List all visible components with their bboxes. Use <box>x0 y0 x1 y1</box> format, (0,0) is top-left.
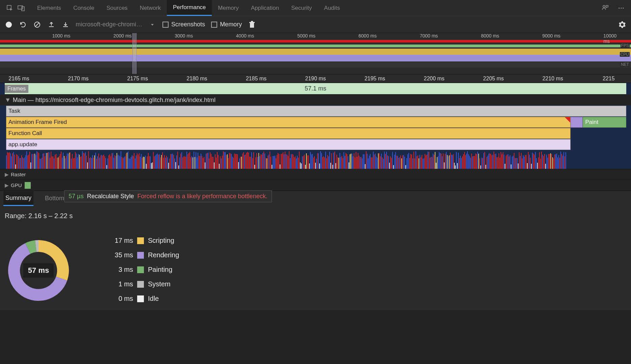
zoom-tick: 2170 ms <box>68 76 89 82</box>
gpu-label: GPU <box>11 182 22 188</box>
svg-point-3 <box>603 5 605 7</box>
frames-track-label: Frames <box>5 85 28 93</box>
legend-ms: 3 ms <box>109 266 133 274</box>
overview-tick: 6000 ms <box>358 33 377 38</box>
raster-section[interactable]: ▶ Raster <box>0 169 631 180</box>
reload-button[interactable] <box>19 21 27 29</box>
tab-performance[interactable]: Performance <box>167 0 212 16</box>
overview-tick: 5000 ms <box>297 33 316 38</box>
svg-rect-9 <box>49 26 54 27</box>
cpu-label: CPU <box>620 52 630 57</box>
legend-label: Rendering <box>148 251 179 259</box>
legend-label: Idle <box>148 295 159 303</box>
zoom-tick: 2195 ms <box>364 76 385 82</box>
paint-bar[interactable]: Paint <box>583 117 626 128</box>
tab-console[interactable]: Console <box>67 1 100 16</box>
save-profile-button[interactable] <box>61 21 70 29</box>
screenshots-checkbox[interactable]: Screenshots <box>162 21 205 28</box>
gpu-section[interactable]: ▶ GPU <box>0 180 631 190</box>
details-tab-summary[interactable]: Summary <box>3 191 33 206</box>
memory-checkbox[interactable]: Memory <box>211 21 242 28</box>
svg-point-5 <box>621 7 622 8</box>
app-bar-label: app.update <box>8 141 37 148</box>
feedback-icon[interactable] <box>599 2 611 14</box>
overview-fps-lane: FPS <box>0 44 631 48</box>
paint-bar-label: Paint <box>585 119 598 126</box>
flame-row-app[interactable]: app.update <box>6 139 626 150</box>
overview-tick: 4000 ms <box>236 33 254 38</box>
legend-ms: 35 ms <box>109 251 133 259</box>
svg-rect-1 <box>18 6 23 9</box>
raster-label: Raster <box>11 172 26 177</box>
inspect-icon[interactable] <box>4 2 16 14</box>
svg-point-6 <box>623 7 624 8</box>
frame-duration: 57.1 ms <box>305 85 326 92</box>
flame-tooltip: 57 µs Recalculate Style Forced reflow is… <box>64 190 272 202</box>
more-icon[interactable] <box>615 2 627 14</box>
tab-memory[interactable]: Memory <box>212 1 245 16</box>
svg-line-8 <box>35 23 39 27</box>
donut-total: 57 ms <box>23 263 54 278</box>
task-bar[interactable]: Task <box>6 106 626 116</box>
legend-swatch <box>137 237 144 244</box>
load-profile-button[interactable] <box>47 21 55 29</box>
zoom-tick: 2210 ms <box>542 76 563 82</box>
flame-row-fn[interactable]: Function Call <box>6 128 626 139</box>
summary-pane: Range: 2.16 s – 2.22 s 57 ms 17 msScript… <box>0 206 631 310</box>
legend-row-system: 1 msSystem <box>109 280 179 288</box>
fn-bar-label: Function Call <box>8 130 42 137</box>
legend-label: Painting <box>148 266 172 274</box>
clear-button[interactable] <box>33 21 41 29</box>
zoom-tick: 2180 ms <box>186 76 207 82</box>
overview-tick: 3000 ms <box>175 33 193 38</box>
tab-network[interactable]: Network <box>134 1 167 16</box>
function-call-bar[interactable]: Function Call <box>6 128 571 139</box>
profile-selector[interactable]: microsoft-edge-chromi… <box>76 21 142 28</box>
legend-row-painting: 3 msPainting <box>109 266 179 274</box>
overview-tick: 8000 ms <box>481 33 499 38</box>
app-update-bar[interactable]: app.update <box>6 139 571 150</box>
legend-row-scripting: 17 msScripting <box>109 237 179 244</box>
performance-toolbar: microsoft-edge-chromi… Screenshots Memor… <box>0 16 631 33</box>
frames-track[interactable]: Frames 57.1 ms <box>5 83 626 95</box>
main-thread-header[interactable]: ▼ Main — https://microsoft-edge-chromium… <box>0 95 631 105</box>
zoom-tick: 2165 ms <box>8 76 29 82</box>
chevron-right-icon: ▶ <box>5 172 9 178</box>
net-label: NET <box>620 62 630 67</box>
tab-audits[interactable]: Audits <box>318 1 346 16</box>
chevron-right-icon: ▶ <box>5 182 9 188</box>
animation-frame-fired-bar[interactable]: Animation Frame Fired <box>6 117 571 128</box>
overview-viewport-window[interactable] <box>132 33 136 74</box>
svg-rect-12 <box>249 22 255 23</box>
svg-rect-10 <box>63 26 68 27</box>
tab-elements[interactable]: Elements <box>31 1 67 16</box>
overview-longtask-bar <box>0 40 631 43</box>
overview-tick: 2000 ms <box>113 33 132 38</box>
capture-settings-button[interactable] <box>618 21 626 29</box>
flame-row-aff[interactable]: Animation Frame Fired Paint <box>6 117 626 128</box>
main-thread-label: Main — https://microsoft-edge-chromium-d… <box>13 97 216 104</box>
legend-label: Scripting <box>148 237 174 244</box>
record-button[interactable] <box>5 21 13 29</box>
overview-tick: 9000 ms <box>542 33 560 38</box>
zoom-tick: 2185 ms <box>246 76 267 82</box>
panel-tabs: ElementsConsoleSourcesNetworkPerformance… <box>31 0 346 16</box>
profile-dropdown-icon[interactable] <box>148 21 156 29</box>
collect-garbage-button[interactable] <box>248 21 256 29</box>
layout-bar[interactable] <box>571 117 583 128</box>
overview-cpu-lane: CPU <box>0 49 631 61</box>
zoomed-ruler[interactable]: 2165 ms2170 ms2175 ms2180 ms2185 ms2190 … <box>0 74 631 83</box>
overview-tick: 1000 ms <box>52 33 70 38</box>
tab-application[interactable]: Application <box>245 1 285 16</box>
device-toggle-icon[interactable] <box>16 2 27 14</box>
flame-chart[interactable]: Frames 57.1 ms ▼ Main — https://microsof… <box>0 83 631 190</box>
tab-sources[interactable]: Sources <box>100 1 133 16</box>
tooltip-duration: 57 µs <box>69 193 83 200</box>
legend-ms: 1 ms <box>109 280 133 288</box>
timeline-overview[interactable]: 1000 ms2000 ms3000 ms4000 ms5000 ms6000 … <box>0 33 631 74</box>
tooltip-warning: Forced reflow is a likely performance bo… <box>137 193 267 200</box>
tab-security[interactable]: Security <box>285 1 318 16</box>
task-bar-label: Task <box>8 108 20 114</box>
flame-microbars[interactable] <box>6 150 626 169</box>
flame-row-task[interactable]: Task <box>6 106 626 116</box>
